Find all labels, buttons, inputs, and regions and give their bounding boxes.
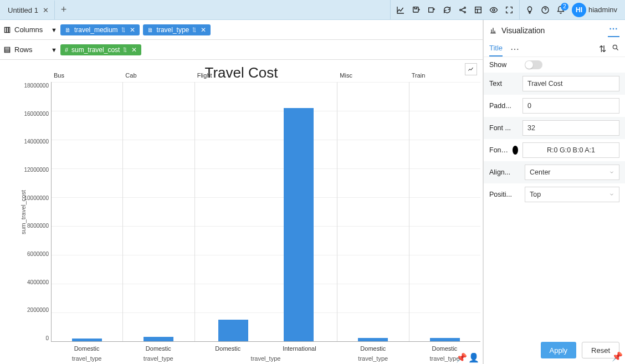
svg-point-3 <box>464 7 466 8</box>
username-label: hiadminv <box>588 6 623 14</box>
svg-point-2 <box>460 9 462 11</box>
show-label: Show <box>489 61 520 69</box>
fontcolor-input[interactable] <box>522 142 619 158</box>
lightbulb-icon[interactable] <box>522 2 537 18</box>
refresh-icon[interactable] <box>439 2 455 18</box>
svg-point-6 <box>493 9 495 11</box>
bell-icon[interactable]: 2 <box>553 2 568 18</box>
title-text-input[interactable] <box>522 76 619 91</box>
padding-input[interactable] <box>522 98 619 114</box>
rows-icon <box>3 46 11 54</box>
sort-icon <box>123 47 127 53</box>
help-icon[interactable] <box>537 2 553 18</box>
x-tick-label: Domestic <box>432 345 458 352</box>
columns-dropdown-icon[interactable]: ▼ <box>51 27 57 33</box>
document-tab-title: Untitled 1 <box>8 6 38 14</box>
bar[interactable] <box>358 338 388 342</box>
pill-sum_travel_cost[interactable]: #sum_travel_cost✕ <box>60 44 142 55</box>
share-icon[interactable] <box>455 2 470 18</box>
rows-shelf[interactable]: Rows ▼ #sum_travel_cost✕ <box>0 40 483 60</box>
align-label: Align... <box>489 168 520 176</box>
chart-title: Travel Cost <box>3 64 479 81</box>
remove-pill-icon[interactable]: ✕ <box>201 26 206 34</box>
svg-rect-8 <box>4 27 6 32</box>
svg-rect-1 <box>429 8 433 12</box>
dimension-icon: 🗎 <box>65 27 71 33</box>
svg-rect-11 <box>4 47 9 49</box>
close-tab-icon[interactable]: ✕ <box>43 6 49 14</box>
bar[interactable] <box>144 337 173 341</box>
facet-header: Cab <box>125 72 136 79</box>
pill-travel_medium[interactable]: 🗎travel_medium✕ <box>60 24 140 35</box>
new-tab-button[interactable]: + <box>55 0 73 19</box>
measure-icon: # <box>65 47 68 53</box>
save-dropdown-icon[interactable] <box>408 2 424 18</box>
svg-rect-12 <box>4 49 9 50</box>
sort-icon[interactable]: ⇅ <box>599 44 606 54</box>
pill-travel_type[interactable]: 🗎travel_type✕ <box>143 24 211 35</box>
sort-icon <box>121 27 125 33</box>
notification-badge: 2 <box>561 3 568 11</box>
bar-chart-icon <box>489 27 497 34</box>
person-icon[interactable]: 👤 <box>468 352 479 363</box>
facet-header: Bus <box>54 72 64 79</box>
tab-title[interactable]: Title <box>489 42 503 57</box>
position-select[interactable]: Top <box>525 187 619 202</box>
x-tick-label: International <box>283 345 316 352</box>
dimension-icon: 🗎 <box>147 27 153 33</box>
rows-dropdown-icon[interactable]: ▼ <box>51 47 57 53</box>
remove-pill-icon[interactable]: ✕ <box>131 46 137 54</box>
svg-rect-5 <box>475 7 481 13</box>
x-axis-sublabel: travel_type <box>251 355 281 362</box>
apply-button[interactable]: Apply <box>541 342 577 358</box>
sidepanel-more-icon[interactable]: ⋯ <box>608 23 619 37</box>
svg-point-4 <box>464 11 466 13</box>
export-dropdown-icon[interactable] <box>424 2 439 18</box>
fullscreen-icon[interactable] <box>501 2 517 18</box>
x-tick-label: Domestic <box>215 345 240 352</box>
fontcolor-swatch[interactable] <box>513 146 518 155</box>
x-axis-sublabel: travel_type <box>72 355 102 362</box>
bar[interactable] <box>72 339 102 341</box>
svg-rect-9 <box>7 27 8 32</box>
x-axis-sublabel: travel_type <box>144 355 173 362</box>
y-axis-ticks: 1800000016000000140000001200000010000000… <box>23 82 51 342</box>
x-axis-sublabel: travel_type <box>358 355 388 362</box>
bar[interactable] <box>218 320 248 341</box>
text-label: Text <box>489 80 518 88</box>
search-icon[interactable] <box>612 44 619 54</box>
padding-label: Padd... <box>489 102 518 110</box>
eye-icon[interactable] <box>486 2 501 18</box>
layout-dropdown-icon[interactable] <box>470 2 486 18</box>
facet-header: Flight <box>197 72 212 79</box>
align-select[interactable]: Center <box>525 165 619 180</box>
avatar[interactable]: HI <box>572 3 586 17</box>
bar[interactable] <box>284 108 314 341</box>
columns-shelf[interactable]: Columns ▼ 🗎travel_medium✕🗎travel_type✕ <box>0 20 483 40</box>
chart-trend-button[interactable] <box>465 63 477 75</box>
fontsize-input[interactable] <box>522 120 619 136</box>
columns-icon <box>3 26 11 34</box>
show-toggle[interactable] <box>525 60 542 69</box>
sort-icon <box>192 27 196 33</box>
bar[interactable] <box>430 338 460 342</box>
svg-rect-10 <box>8 27 9 32</box>
tabs-more-icon[interactable]: ⋯ <box>510 44 519 54</box>
fontcolor-label: Font ... <box>489 146 508 154</box>
panel-pin-icon[interactable]: 📌 <box>612 351 623 362</box>
x-tick-label: Domestic <box>74 345 100 352</box>
columns-label: Columns <box>14 25 43 34</box>
pin-icon[interactable]: 📌 <box>456 352 467 363</box>
x-axis-sublabel: travel_type <box>430 355 460 362</box>
document-tab[interactable]: Untitled 1 ✕ <box>0 0 55 19</box>
remove-pill-icon[interactable]: ✕ <box>130 26 135 34</box>
sidepanel-header: Visualization <box>501 26 545 35</box>
facet-header: Misc <box>340 72 352 79</box>
facet-header: Train <box>412 72 426 79</box>
line-chart-icon[interactable] <box>393 2 408 18</box>
rows-label: Rows <box>14 45 33 54</box>
x-tick-label: Domestic <box>360 345 386 352</box>
svg-rect-13 <box>4 51 9 52</box>
fontsize-label: Font ... <box>489 124 518 132</box>
chart-plot: BusCabFlightMiscTrain <box>51 82 480 342</box>
